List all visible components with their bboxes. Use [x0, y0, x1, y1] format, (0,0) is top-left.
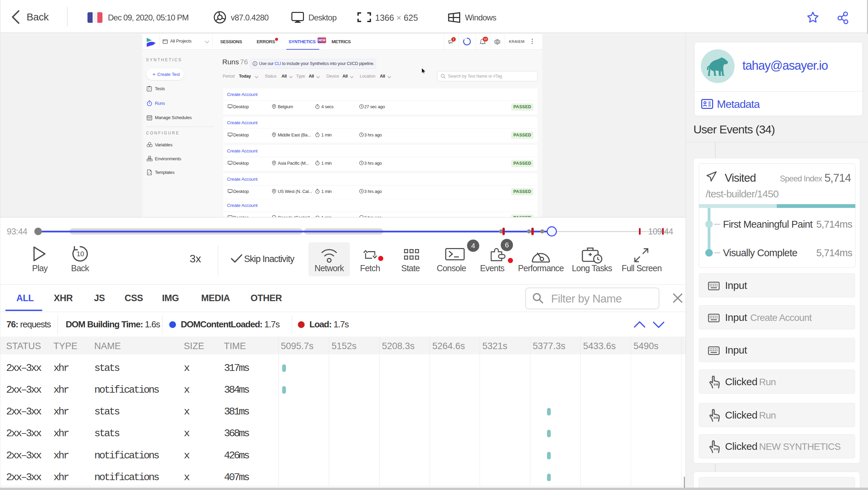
svg-text:10: 10 — [77, 250, 84, 258]
